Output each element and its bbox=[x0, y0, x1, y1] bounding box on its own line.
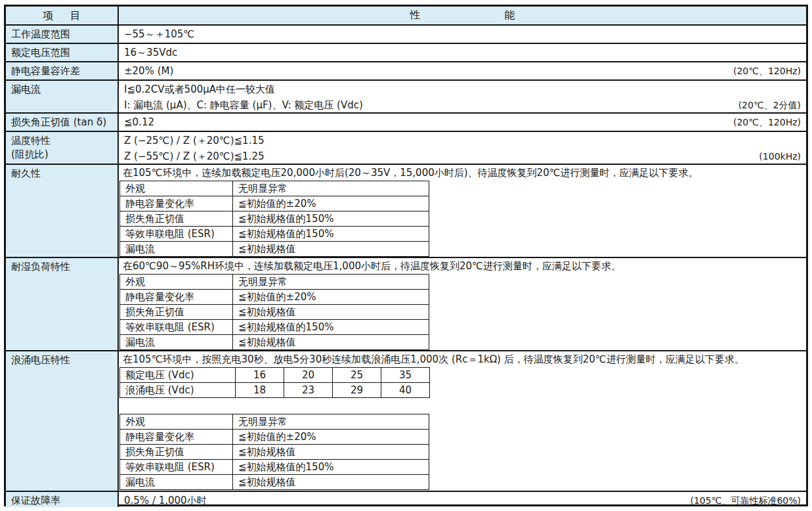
row-leakage-current: 漏电流 I≦0.2CV或者500μA中任一较大值 I: 漏电流 (μA)、C: … bbox=[6, 79, 806, 112]
surge-voltage-value: 29 bbox=[333, 383, 381, 398]
row-endurance: 耐久性 在105℃环境中，连续加载额定电压20,000小时后(20～35V，15… bbox=[6, 164, 806, 257]
leakage-current-formula: I≦0.2CV或者500μA中任一较大值 bbox=[124, 82, 275, 97]
leakage-current-legend: I: 漏电流 (μA)、C: 静电容量 (μF)、V: 额定电压 (Vdc) bbox=[124, 98, 363, 112]
item-label: 温度特性 (阻抗比) bbox=[6, 132, 119, 164]
header-row: 项目 性能 bbox=[6, 7, 806, 24]
test-condition: (105℃、可靠性标准60%) bbox=[683, 493, 801, 508]
item-label: 额定电压范围 bbox=[6, 44, 119, 61]
test-condition: (20℃、2分值) bbox=[731, 98, 801, 112]
rated-voltage-value: 25 bbox=[333, 368, 381, 383]
spec-label: 等效串联电阻 (ESR) bbox=[120, 320, 233, 335]
capacitance-tolerance-value: ±20% (M) bbox=[124, 64, 173, 78]
spec-row: 外观 无明显异常 bbox=[120, 414, 429, 430]
rated-voltage-value: 16 bbox=[236, 368, 284, 383]
spec-label: 漏电流 bbox=[120, 335, 233, 350]
spec-label: 静电容量变化率 bbox=[120, 430, 233, 445]
spec-table: 项目 性能 工作温度范围 −55～＋105℃ 额定电压范围 16～35Vdc bbox=[4, 5, 808, 506]
spec-label: 外观 bbox=[120, 275, 233, 290]
spec-value: ≦初始规格值的150% bbox=[233, 211, 429, 227]
spec-value: ≦初始规格值 bbox=[233, 242, 429, 257]
item-label: 静电容量容许差 bbox=[6, 62, 119, 79]
row-temperature-characteristics: 温度特性 (阻抗比) Z (−25℃) / Z (＋20℃)≦1.15 Z (−… bbox=[6, 131, 806, 164]
item-label-line1: 温度特性 bbox=[11, 134, 114, 148]
surge-voltage-row: 浪涌电压 (Vdc) 18 23 29 40 bbox=[120, 383, 430, 398]
spec-label: 损失角正切值 bbox=[120, 305, 233, 320]
spec-value: ≦初始值的±20% bbox=[233, 196, 429, 211]
row-surge-voltage: 浪涌电压特性 在105℃环境中，按照充电30秒、放电5分30秒连续加载浪涌电压1… bbox=[6, 350, 806, 491]
spec-row: 漏电流 ≦初始规格值 bbox=[120, 242, 429, 257]
surge-test-conditions: 在105℃环境中，按照充电30秒、放电5分30秒连续加载浪涌电压1,000次 (… bbox=[119, 351, 806, 367]
spec-row: 外观 无明显异常 bbox=[120, 275, 429, 290]
header-performance-label: 性能 bbox=[326, 9, 599, 22]
item-label: 保证故障率 bbox=[6, 492, 119, 507]
spacer bbox=[119, 398, 806, 414]
spec-label: 损失角正切值 bbox=[120, 445, 233, 460]
spec-value: 无明显异常 bbox=[233, 414, 429, 430]
spec-label: 漏电流 bbox=[120, 242, 233, 257]
spec-row: 等效串联电阻 (ESR) ≦初始规格值的150% bbox=[120, 460, 429, 475]
item-label: 损失角正切值 (tan δ) bbox=[6, 114, 119, 131]
surge-voltage-value: 18 bbox=[236, 383, 284, 398]
spec-label: 静电容量变化率 bbox=[120, 290, 233, 305]
spec-label: 静电容量变化率 bbox=[120, 196, 233, 211]
row-rated-voltage-range: 额定电压范围 16～35Vdc bbox=[6, 43, 806, 61]
spec-row: 外观 无明显异常 bbox=[120, 181, 429, 196]
tan-delta-value: ≦0.12 bbox=[124, 115, 154, 129]
item-label: 工作温度范围 bbox=[6, 26, 119, 43]
failure-rate-value: 0.5% / 1,000小时 bbox=[124, 493, 207, 508]
spec-row: 等效串联电阻 (ESR) ≦初始规格值的150% bbox=[120, 320, 429, 335]
endurance-test-conditions: 在105℃环境中，连续加载额定电压20,000小时后(20～35V，15,000… bbox=[119, 165, 806, 181]
spec-row: 损失角正切值 ≦初始规格值 bbox=[120, 445, 429, 460]
row-capacitance-tolerance: 静电容量容许差 ±20% (M) (20℃、120Hz) bbox=[6, 61, 806, 79]
spec-row: 损失角正切值 ≦初始规格值 bbox=[120, 305, 429, 320]
spec-value: ≦初始规格值的150% bbox=[233, 227, 429, 242]
impedance-ratio-line2: Z (−55℃) / Z (＋20℃)≦1.25 bbox=[124, 149, 265, 164]
header-item-cell: 项目 bbox=[6, 7, 119, 24]
spec-row: 等效串联电阻 (ESR) ≦初始规格值的150% bbox=[120, 227, 429, 242]
surge-voltage-value: 23 bbox=[284, 383, 333, 398]
spec-value: ≦初始规格值的150% bbox=[233, 460, 429, 475]
header-item-label: 项目 bbox=[26, 9, 98, 22]
item-label-line2: (阻抗比) bbox=[11, 148, 114, 162]
rated-voltage-label: 额定电压 (Vdc) bbox=[120, 368, 236, 383]
surge-voltage-table: 额定电压 (Vdc) 16 20 25 35 浪涌电压 (Vdc) 18 23 … bbox=[119, 367, 430, 398]
spec-row: 静电容量变化率 ≦初始值的±20% bbox=[120, 196, 429, 211]
spec-label: 等效串联电阻 (ESR) bbox=[120, 227, 233, 242]
row-tan-delta: 损失角正切值 (tan δ) ≦0.12 (20℃、120Hz) bbox=[6, 112, 806, 131]
endurance-spec-table: 外观 无明显异常 静电容量变化率 ≦初始值的±20% 损失角正切值 ≦初始规格值… bbox=[119, 181, 429, 257]
item-label: 耐久性 bbox=[6, 165, 119, 257]
spec-value: 无明显异常 bbox=[233, 275, 429, 290]
spec-label: 外观 bbox=[120, 414, 233, 430]
spec-value: ≦初始规格值 bbox=[233, 305, 429, 320]
spec-value: ≦初始规格值 bbox=[233, 335, 429, 350]
row-guaranteed-failure-rate: 保证故障率 0.5% / 1,000小时 (105℃、可靠性标准60%) bbox=[6, 491, 806, 507]
spec-label: 外观 bbox=[120, 181, 233, 196]
spec-value: ≦初始规格值 bbox=[233, 475, 429, 490]
rated-voltage-range-value: 16～35Vdc bbox=[124, 45, 177, 60]
humidity-spec-table: 外观 无明显异常 静电容量变化率 ≦初始值的±20% 损失角正切值 ≦初始规格值… bbox=[119, 274, 429, 350]
test-condition: (20℃、120Hz) bbox=[725, 64, 801, 78]
spec-value: ≦初始值的±20% bbox=[233, 430, 429, 445]
test-condition: (20℃、120Hz) bbox=[725, 115, 801, 129]
spec-row: 损失角正切值 ≦初始规格值的150% bbox=[120, 211, 429, 227]
header-performance-cell: 性能 bbox=[119, 7, 806, 24]
item-label: 浪涌电压特性 bbox=[6, 351, 119, 491]
humidity-test-conditions: 在60℃90～95%RH环境中，连续加载额定电压1,000小时后，待温度恢复到2… bbox=[119, 258, 806, 274]
spec-row: 静电容量变化率 ≦初始值的±20% bbox=[120, 290, 429, 305]
surge-spec-table: 外观 无明显异常 静电容量变化率 ≦初始值的±20% 损失角正切值 ≦初始规格值… bbox=[119, 414, 429, 490]
row-humidity-load: 耐湿负荷特性 在60℃90～95%RH环境中，连续加载额定电压1,000小时后，… bbox=[6, 257, 806, 350]
spec-row: 静电容量变化率 ≦初始值的±20% bbox=[120, 430, 429, 445]
spec-value: ≦初始规格值的150% bbox=[233, 320, 429, 335]
spec-value: ≦初始值的±20% bbox=[233, 290, 429, 305]
item-label: 耐湿负荷特性 bbox=[6, 258, 119, 350]
impedance-ratio-line1: Z (−25℃) / Z (＋20℃)≦1.15 bbox=[124, 133, 265, 148]
item-label: 漏电流 bbox=[6, 81, 119, 112]
surge-voltage-label: 浪涌电压 (Vdc) bbox=[120, 383, 236, 398]
spec-label: 漏电流 bbox=[120, 475, 233, 490]
rated-voltage-row: 额定电压 (Vdc) 16 20 25 35 bbox=[120, 368, 430, 383]
spec-value: 无明显异常 bbox=[233, 181, 429, 196]
rated-voltage-value: 35 bbox=[381, 368, 430, 383]
operating-temperature-value: −55～＋105℃ bbox=[124, 27, 194, 41]
spec-row: 漏电流 ≦初始规格值 bbox=[120, 475, 429, 490]
rated-voltage-value: 20 bbox=[284, 368, 333, 383]
